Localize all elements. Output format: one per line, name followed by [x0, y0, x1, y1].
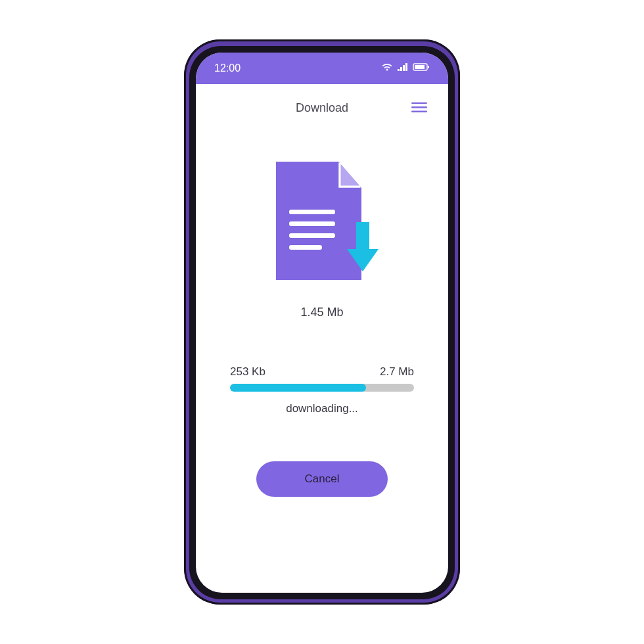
hamburger-icon: [411, 104, 427, 114]
svg-rect-1: [400, 67, 402, 71]
svg-rect-8: [411, 106, 427, 108]
progress-section: 253 Kb 2.7 Mb downloading...: [222, 365, 422, 461]
phone-inner: 12:00 Download: [189, 46, 455, 599]
svg-rect-13: [289, 245, 322, 250]
cancel-button[interactable]: Cancel: [256, 461, 388, 497]
status-bar: 12:00: [196, 53, 448, 84]
svg-rect-9: [411, 110, 427, 112]
progress-labels: 253 Kb 2.7 Mb: [230, 365, 414, 379]
wifi-icon: [381, 62, 393, 74]
downloaded-size: 253 Kb: [230, 365, 265, 379]
menu-button[interactable]: [409, 99, 430, 117]
svg-rect-11: [289, 221, 335, 226]
svg-rect-10: [289, 210, 335, 214]
file-download-icon: [263, 158, 381, 290]
progress-fill: [230, 384, 366, 392]
status-icons: [381, 62, 430, 74]
app-header: Download: [196, 84, 448, 132]
phone-frame: 12:00 Download: [184, 39, 460, 605]
svg-rect-2: [403, 65, 405, 71]
svg-rect-14: [356, 222, 369, 250]
svg-rect-12: [289, 233, 335, 238]
page-title: Download: [296, 101, 348, 115]
svg-rect-7: [411, 102, 427, 104]
svg-rect-6: [428, 66, 429, 68]
total-size: 2.7 Mb: [380, 365, 414, 379]
svg-rect-3: [405, 63, 407, 71]
signal-icon: [397, 62, 409, 74]
screen: 12:00 Download: [196, 53, 448, 593]
status-time: 12:00: [214, 62, 241, 74]
svg-rect-0: [398, 69, 400, 71]
download-status-text: downloading...: [230, 402, 414, 415]
file-size-label: 1.45 Mb: [300, 306, 343, 319]
svg-rect-5: [415, 65, 425, 69]
content: 1.45 Mb 253 Kb 2.7 Mb downloading... Can…: [196, 132, 448, 593]
progress-bar: [230, 384, 414, 392]
battery-icon: [413, 62, 430, 74]
